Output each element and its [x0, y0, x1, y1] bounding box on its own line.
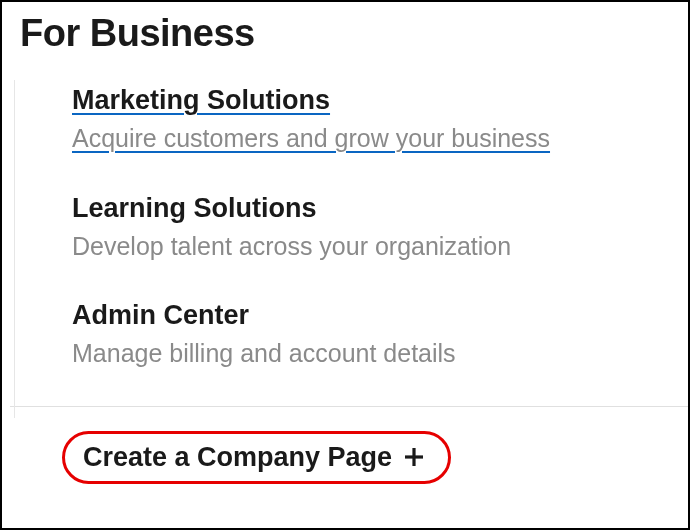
- create-company-page-button[interactable]: Create a Company Page: [62, 431, 451, 484]
- option-marketing-solutions[interactable]: Marketing Solutions Acquire customers an…: [72, 83, 668, 155]
- option-learning-solutions[interactable]: Learning Solutions Develop talent across…: [72, 191, 668, 263]
- section-title: For Business: [2, 2, 688, 55]
- option-description: Acquire customers and grow your business: [72, 122, 668, 155]
- option-admin-center[interactable]: Admin Center Manage billing and account …: [72, 298, 668, 370]
- option-description: Manage billing and account details: [72, 337, 668, 370]
- footer: Create a Company Page: [2, 407, 688, 484]
- panel-left-edge: [14, 80, 15, 418]
- option-description: Develop talent across your organization: [72, 230, 668, 263]
- business-options-list: Marketing Solutions Acquire customers an…: [2, 83, 688, 370]
- create-company-page-label: Create a Company Page: [83, 442, 392, 473]
- option-title: Marketing Solutions: [72, 83, 668, 118]
- option-title: Learning Solutions: [72, 191, 668, 226]
- plus-icon: [402, 445, 426, 469]
- option-title: Admin Center: [72, 298, 668, 333]
